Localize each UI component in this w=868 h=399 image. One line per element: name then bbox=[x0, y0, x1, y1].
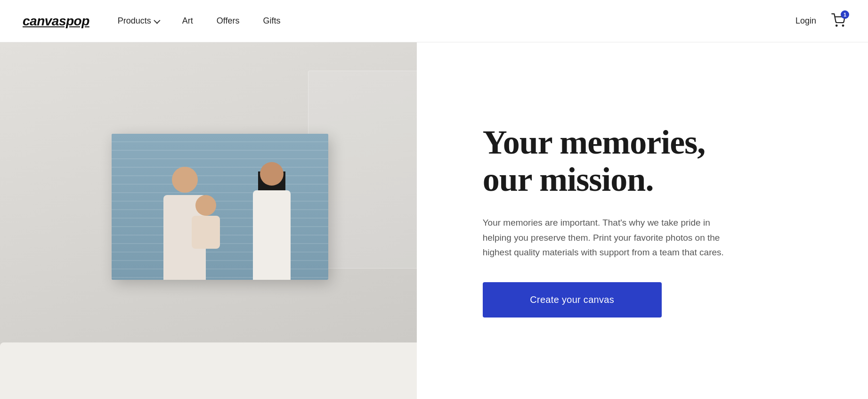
nav-item-gifts[interactable]: Gifts bbox=[263, 16, 281, 26]
canvas-print-display bbox=[112, 134, 328, 280]
hero-content-panel: Your memories, our mission. Your memorie… bbox=[417, 42, 868, 399]
nav-links: Products Art Offers Gifts bbox=[118, 16, 281, 26]
sofa-decoration bbox=[0, 342, 478, 399]
nav-item-art[interactable]: Art bbox=[182, 16, 193, 26]
family-photo-content bbox=[140, 148, 300, 280]
navbar-left: canvaspop Products Art Offers Gifts bbox=[23, 14, 281, 29]
navbar: canvaspop Products Art Offers Gifts Logi… bbox=[0, 0, 868, 42]
nav-link-gifts[interactable]: Gifts bbox=[263, 16, 281, 25]
dad-head bbox=[172, 167, 198, 193]
hero-description: Your memories are important. That's why … bbox=[483, 215, 737, 260]
cart-button[interactable]: 1 bbox=[831, 13, 845, 29]
figure-baby bbox=[192, 195, 220, 242]
mom-body bbox=[253, 190, 291, 280]
nav-item-offers[interactable]: Offers bbox=[217, 16, 240, 26]
navbar-right: Login 1 bbox=[795, 13, 845, 29]
nav-link-offers[interactable]: Offers bbox=[217, 16, 240, 25]
figure-mom bbox=[253, 162, 291, 280]
nav-link-art[interactable]: Art bbox=[182, 16, 193, 25]
mom-head bbox=[260, 162, 284, 186]
create-canvas-button[interactable]: Create your canvas bbox=[483, 282, 662, 318]
hero-content: Your memories, our mission. Your memorie… bbox=[483, 124, 737, 318]
hero-headline: Your memories, our mission. bbox=[483, 124, 737, 198]
chevron-down-icon bbox=[154, 17, 160, 24]
hero-photo-area bbox=[0, 42, 478, 399]
canvas-print-image bbox=[112, 134, 328, 280]
nav-item-products[interactable]: Products bbox=[118, 16, 159, 26]
nav-link-products[interactable]: Products bbox=[118, 16, 151, 26]
baby-body bbox=[192, 216, 220, 249]
baby-head bbox=[195, 195, 216, 216]
login-link[interactable]: Login bbox=[795, 16, 816, 26]
logo[interactable]: canvaspop bbox=[23, 14, 89, 29]
svg-point-0 bbox=[836, 25, 837, 26]
cart-badge: 1 bbox=[841, 10, 849, 19]
svg-point-1 bbox=[843, 25, 844, 26]
hero-section: Your memories, our mission. Your memorie… bbox=[0, 42, 868, 399]
